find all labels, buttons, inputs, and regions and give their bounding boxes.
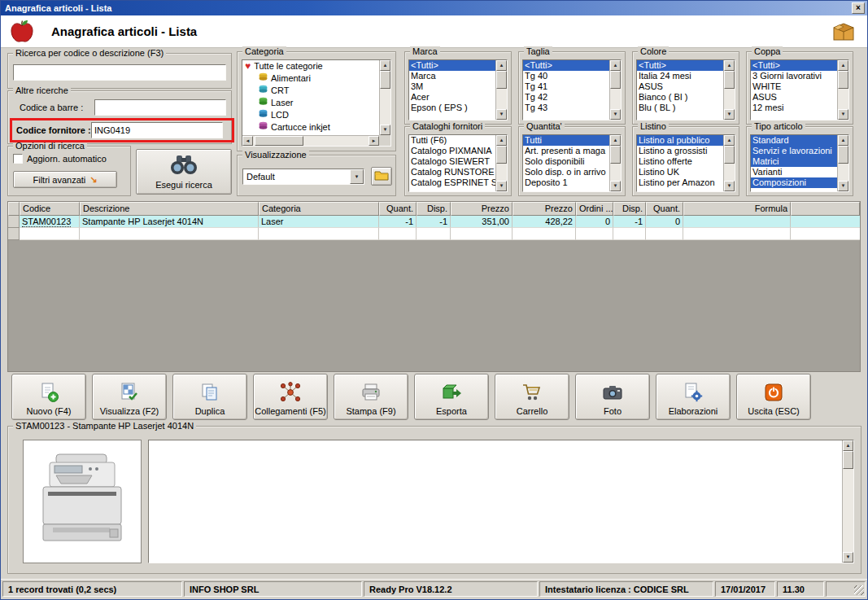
v-scrollbar[interactable]: ▲ ▼ xyxy=(837,60,848,120)
grid-row[interactable]: STAM00123 Stampante HP Laserjet 4014N La… xyxy=(8,216,860,228)
list-item[interactable]: <Tutti> xyxy=(409,60,495,71)
tree-item[interactable]: Cartucce inkjet xyxy=(242,121,379,134)
scroll-thumb[interactable] xyxy=(496,71,507,89)
list-item[interactable]: Catalog RUNSTORE xyxy=(409,167,495,177)
run-search-button[interactable]: Esegui ricerca xyxy=(136,149,232,195)
grid-header-cell[interactable]: Disp. xyxy=(417,202,451,216)
scroll-down-button[interactable]: ▼ xyxy=(724,109,735,120)
list-item[interactable]: Marca xyxy=(409,71,495,81)
export-button[interactable]: Esporta xyxy=(414,374,489,420)
grid-header-cell[interactable]: Ordini ... xyxy=(576,202,613,216)
scroll-down-button[interactable]: ▼ xyxy=(496,181,507,191)
list-item[interactable]: Tutti xyxy=(523,135,609,146)
grid-header-cell[interactable]: Prezzo xyxy=(451,202,513,216)
scroll-up-button[interactable]: ▲ xyxy=(496,60,507,71)
grid-header-cell[interactable]: Quant. xyxy=(379,202,417,216)
grid-header-cell[interactable]: Prezzo xyxy=(513,202,576,216)
view-button[interactable]: Visualizza (F2) xyxy=(92,374,167,420)
v-scrollbar[interactable]: ▲ ▼ xyxy=(495,135,507,191)
tree-item[interactable]: LCD xyxy=(242,109,379,121)
scroll-down-button[interactable]: ▼ xyxy=(838,181,848,191)
grid-header-cell[interactable]: Categoria xyxy=(259,202,379,216)
list-item[interactable]: Epson ( EPS ) xyxy=(409,103,495,113)
scroll-thumb[interactable] xyxy=(838,71,848,89)
list-item[interactable]: Varianti xyxy=(751,167,837,177)
close-button[interactable]: × xyxy=(852,2,865,14)
photo-button[interactable]: Foto xyxy=(575,374,650,420)
new-button[interactable]: Nuovo (F4) xyxy=(11,374,86,420)
dropdown-arrow-icon[interactable]: ▼ xyxy=(350,169,364,184)
list-item[interactable]: Solo disponibili xyxy=(523,156,609,167)
scroll-thumb[interactable] xyxy=(610,71,621,89)
exit-button[interactable]: Uscita (ESC) xyxy=(736,374,811,420)
scroll-right-button[interactable]: ► xyxy=(369,136,379,146)
list-item[interactable]: Solo disp. o in arrivo xyxy=(523,167,609,177)
links-button[interactable]: Collegamenti (F5) xyxy=(253,374,328,420)
tree-item[interactable]: Laser xyxy=(242,97,379,109)
search-input[interactable] xyxy=(13,64,226,81)
scroll-down-button[interactable]: ▼ xyxy=(724,181,735,191)
scroll-up-button[interactable]: ▲ xyxy=(724,135,735,146)
v-scrollbar[interactable]: ▲ ▼ xyxy=(609,135,621,191)
scroll-up-button[interactable]: ▲ xyxy=(838,135,848,146)
v-scrollbar[interactable]: ▲ ▼ xyxy=(723,135,735,191)
tree-item-root[interactable]: ♥ Tutte le categorie xyxy=(242,60,379,72)
print-button[interactable]: Stampa (F9) xyxy=(334,374,408,420)
auto-update-checkbox[interactable] xyxy=(13,154,23,164)
grid-header-cell[interactable]: Disp. xyxy=(613,202,646,216)
grid-header-cell[interactable]: Descrizione xyxy=(80,202,259,216)
list-item[interactable]: <Tutti> xyxy=(637,60,723,71)
tree-item[interactable]: CRT xyxy=(242,85,379,97)
list-item[interactable]: 3M xyxy=(409,81,495,92)
barcode-input[interactable] xyxy=(94,99,226,116)
v-scrollbar[interactable]: ▲ ▼ xyxy=(495,60,507,120)
v-scrollbar[interactable]: ▲ ▼ xyxy=(837,135,848,191)
scroll-thumb[interactable] xyxy=(724,146,735,164)
scroll-thumb[interactable] xyxy=(843,451,853,469)
list-item[interactable]: Listino a grossisti xyxy=(637,146,723,156)
list-item[interactable]: Art. presenti a maga xyxy=(523,146,609,156)
scroll-down-button[interactable]: ▼ xyxy=(843,552,853,563)
list-item[interactable]: Catalog ESPRINET SPA xyxy=(409,177,495,188)
list-item[interactable]: WHITE xyxy=(751,81,837,92)
cart-button[interactable]: Carrello xyxy=(495,374,569,420)
grid-header-cell[interactable]: Formula xyxy=(683,202,791,216)
list-item[interactable]: Tg 41 xyxy=(523,81,609,92)
list-item[interactable]: ASUS xyxy=(751,92,837,103)
supplier-code-input[interactable] xyxy=(91,122,223,138)
list-item[interactable]: Tutti (F6) xyxy=(409,135,495,146)
scroll-up-button[interactable]: ▲ xyxy=(838,60,848,71)
scroll-down-button[interactable]: ▼ xyxy=(610,109,621,120)
v-scrollbar[interactable]: ▲ ▼ xyxy=(379,60,390,135)
list-item[interactable]: Tg 42 xyxy=(523,92,609,103)
list-item[interactable]: Catalogo PIXMANIA xyxy=(409,146,495,156)
v-scrollbar[interactable]: ▲ ▼ xyxy=(609,60,621,120)
scroll-thumb[interactable] xyxy=(610,146,621,164)
list-item[interactable]: Standard xyxy=(751,135,837,146)
scroll-down-button[interactable]: ▼ xyxy=(610,181,621,191)
titlebar[interactable]: Anagrafica articoli - Lista × xyxy=(1,1,867,15)
list-item[interactable]: Catalogo SIEWERT xyxy=(409,156,495,167)
h-scrollbar[interactable]: ◄ ► xyxy=(242,135,379,146)
visualization-select[interactable]: Default ▼ xyxy=(242,169,364,185)
scroll-down-button[interactable]: ▼ xyxy=(380,125,390,135)
scroll-thumb[interactable] xyxy=(380,71,390,89)
advanced-filters-button[interactable]: Filtri avanzati ↘ xyxy=(13,171,117,188)
scroll-left-button[interactable]: ◄ xyxy=(242,136,253,146)
duplicate-button[interactable]: Duplica xyxy=(172,374,247,420)
grid-header-cell[interactable]: Codice xyxy=(20,202,80,216)
description-area[interactable]: ▲ ▼ xyxy=(148,440,854,563)
list-item[interactable]: Servizi e lavorazioni xyxy=(751,146,837,156)
list-item[interactable]: Blu ( BL ) xyxy=(637,103,723,113)
list-item[interactable]: ASUS xyxy=(637,81,723,92)
resize-grip[interactable] xyxy=(854,585,864,595)
processing-button[interactable]: Elaborazioni xyxy=(656,374,731,420)
scroll-thumb[interactable] xyxy=(724,71,735,89)
scroll-down-button[interactable]: ▼ xyxy=(838,109,848,120)
tree-item[interactable]: Alimentari xyxy=(242,72,379,85)
list-item[interactable]: 3 Giorni lavorativi xyxy=(751,71,837,81)
grid-header-cell[interactable]: Quant. xyxy=(646,202,683,216)
list-item[interactable]: Tg 40 xyxy=(523,71,609,81)
v-scrollbar[interactable]: ▲ ▼ xyxy=(842,440,853,563)
scroll-up-button[interactable]: ▲ xyxy=(380,60,390,71)
